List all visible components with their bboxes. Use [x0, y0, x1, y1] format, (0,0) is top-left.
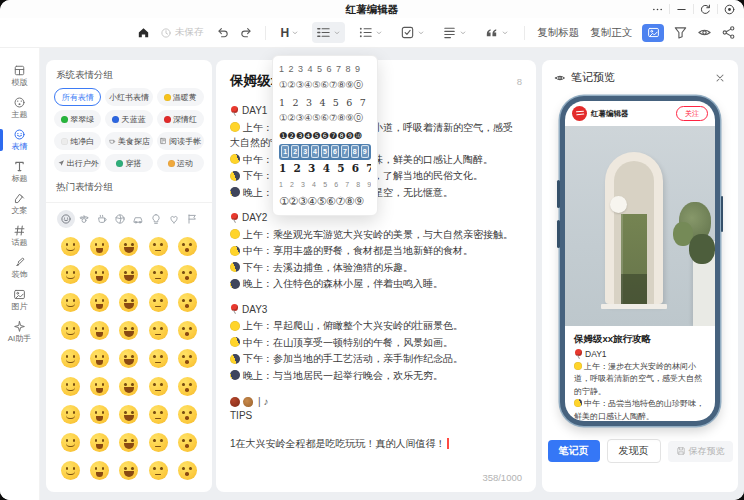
sidebar-item-表情[interactable]: 表情 [0, 128, 39, 151]
emoji-tag-阅读手帐[interactable]: 阅读手帐 [157, 132, 204, 150]
emoji-kissing-closed[interactable] [119, 349, 138, 368]
emoji-blush[interactable] [149, 265, 168, 284]
emoji-grinning[interactable] [90, 237, 109, 256]
quote-button[interactable] [480, 22, 513, 43]
emoji-slight-smile[interactable] [61, 237, 80, 256]
emoji-zany[interactable] [90, 377, 109, 396]
emoji-tag-所有表情[interactable]: 所有表情 [54, 88, 101, 106]
export-image-button[interactable] [642, 24, 664, 42]
close-icon[interactable] [714, 72, 726, 84]
line-spacing-button[interactable] [438, 22, 471, 43]
emoji-heart-eyes[interactable] [119, 321, 138, 340]
emoji-smirk[interactable] [61, 433, 80, 452]
emoji-joy[interactable] [90, 265, 109, 284]
category-flags-icon[interactable] [183, 210, 201, 228]
emoji-tongue-out[interactable] [178, 349, 197, 368]
emoji-hand-over-mouth[interactable] [61, 405, 80, 424]
undo-button[interactable] [215, 25, 230, 40]
emoji-tag-翠翠绿[interactable]: 翠翠绿 [54, 110, 101, 128]
emoji-tag-穿搭[interactable]: 穿搭 [105, 154, 152, 172]
emoji-kiss-heart[interactable] [178, 321, 197, 340]
emoji-confounded[interactable] [178, 461, 197, 480]
discover-page-button[interactable]: 发现页 [607, 439, 661, 463]
category-food-icon[interactable] [93, 210, 111, 228]
record-icon[interactable] [723, 3, 736, 16]
emoji-tag-运动[interactable]: 运动 [157, 154, 204, 172]
list-style-option-circled[interactable]: ①②③④⑤⑥⑦⑧⑨⓪ [279, 78, 371, 95]
more-icon[interactable] [651, 3, 664, 16]
save-preview-button[interactable]: 保存预览 [668, 441, 733, 462]
checkbox-list-button[interactable] [396, 22, 429, 43]
emoji-wink-tongue[interactable] [61, 377, 80, 396]
redo-button[interactable] [239, 25, 254, 40]
sidebar-item-主题[interactable]: 主题 [0, 96, 39, 119]
minimize-icon[interactable] [675, 3, 688, 16]
list-style-option-serifbold[interactable]: 1 2 3 4 5 6 7 8 9 [279, 160, 371, 177]
emoji-tag-天蓝蓝[interactable]: 天蓝蓝 [105, 110, 152, 128]
emoji-disappointed[interactable] [119, 433, 138, 452]
list-style-option-plain[interactable]: 1 2 3 4 5 6 7 8 9 [279, 61, 371, 78]
emoji-unamused[interactable] [90, 433, 109, 452]
category-objects-icon[interactable] [147, 210, 165, 228]
sidebar-item-标题[interactable]: 标题 [0, 160, 39, 183]
emoji-tag-美食探店[interactable]: 美食探店 [105, 132, 152, 150]
copy-body-button[interactable]: 复制正文 [590, 26, 632, 40]
emoji-wink[interactable] [61, 321, 80, 340]
emoji-sad-pensive[interactable] [149, 433, 168, 452]
note-page-button[interactable]: 笔记页 [548, 440, 600, 462]
category-animals-icon[interactable] [75, 210, 93, 228]
numbered-list-button[interactable] [312, 22, 345, 43]
emoji-beam[interactable] [149, 237, 168, 256]
emoji-tag-深情红[interactable]: 深情红 [157, 110, 204, 128]
emoji-yum[interactable] [149, 349, 168, 368]
heading-button[interactable]: H [277, 24, 304, 42]
list-style-option-filled[interactable]: ❶❷❸❹❺❻❼❽❾❿ [279, 127, 371, 144]
emoji-smile[interactable] [119, 237, 138, 256]
emoji-squint-tongue[interactable] [119, 377, 138, 396]
sidebar-item-文案[interactable]: 文案 [0, 192, 39, 215]
emoji-rofl[interactable] [119, 265, 138, 284]
emoji-sweat-smile[interactable] [61, 265, 80, 284]
emoji-hearts-face[interactable] [149, 321, 168, 340]
emoji-confused[interactable] [61, 461, 80, 480]
category-smileys-icon[interactable] [57, 210, 75, 228]
emoji-slight-smile-2[interactable] [149, 293, 168, 312]
follow-button[interactable]: 关注 [676, 106, 708, 121]
emoji-smiling[interactable] [90, 293, 109, 312]
emoji-tag-纯净白[interactable]: 纯净白 [54, 132, 101, 150]
emoji-kissing-smile[interactable] [90, 349, 109, 368]
emoji-sunglasses[interactable] [90, 405, 109, 424]
list-style-option-squares-selected[interactable]: 123456789 [279, 144, 371, 161]
emoji-persevere[interactable] [149, 461, 168, 480]
emoji-laugh[interactable] [178, 237, 197, 256]
emoji-tag-温暖黄[interactable]: 温暖黄 [157, 88, 204, 106]
tips-text[interactable]: 1在大兴安岭全程都是吃吃玩玩！真的人间值得！ [230, 437, 522, 451]
emoji-tag-小红书表情[interactable]: 小红书表情 [105, 88, 152, 106]
category-travel-icon[interactable] [129, 210, 147, 228]
category-activities-icon[interactable] [111, 210, 129, 228]
emoji-halo[interactable] [119, 293, 138, 312]
emoji-money-mouth[interactable] [149, 377, 168, 396]
preview-toggle-button[interactable] [697, 25, 712, 40]
emoji-tag-出行户外[interactable]: 出行户外 [54, 154, 101, 172]
sidebar-item-图片[interactable]: 图片 [0, 288, 39, 311]
emoji-frown[interactable] [119, 461, 138, 480]
emoji-smiling-tear[interactable] [178, 265, 197, 284]
home-icon[interactable] [136, 25, 151, 40]
copy-title-button[interactable]: 复制标题 [537, 26, 579, 40]
emoji-upside-down[interactable] [178, 293, 197, 312]
bullet-list-button[interactable] [354, 22, 387, 43]
emoji-pensive[interactable] [90, 321, 109, 340]
sidebar-item-装饰[interactable]: 装饰 [0, 256, 39, 279]
emoji-slight-frown[interactable] [90, 461, 109, 480]
sidebar-item-AI助手[interactable]: AI助手 [0, 320, 39, 343]
category-symbols-icon[interactable] [165, 210, 183, 228]
emoji-relieved[interactable] [61, 293, 80, 312]
list-style-option-serif[interactable]: 1 2 3 4 5 6 7 8 9 [279, 94, 371, 111]
emoji-monocle[interactable] [149, 405, 168, 424]
list-style-option-circledbig[interactable]: ①②③④⑤⑥⑦⑧⑨ [279, 193, 371, 210]
sidebar-item-话题[interactable]: 话题 [0, 224, 39, 247]
emoji-star-struck[interactable] [178, 405, 197, 424]
emoji-kissing[interactable] [61, 349, 80, 368]
filter-button[interactable] [673, 25, 688, 40]
